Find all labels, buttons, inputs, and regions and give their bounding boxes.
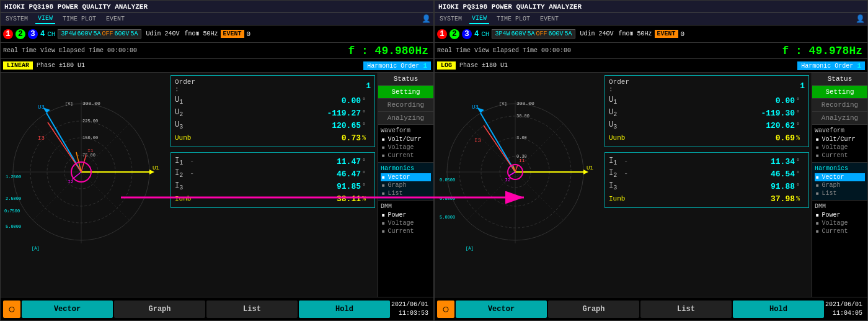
v2-label-1: U2 [175,108,188,118]
setting-btn-2[interactable]: Setting [812,86,867,99]
a1-2: 5A [527,30,534,37]
ch3-1[interactable]: 3 [28,29,38,39]
harmonic-label-2: Harmonic Order [801,63,853,70]
v2-label-2: U2 [609,108,622,118]
harmonics-list-2[interactable]: List [815,189,865,197]
harmonics-title-1: Harmonics [381,165,431,172]
waveform-section-2: Waveform Volt/Curr Voltage Current [812,125,867,163]
order-box-2: Order : 1 U1 0.00 ° U2 -119.30 ° U3 [604,75,809,147]
v1-unit-1: ° [362,97,371,104]
mode-btn-1[interactable]: LINEAR [3,61,33,70]
graph-btn-2[interactable]: Graph [548,301,639,318]
i1-row-2: I1 - 11.34 ° [609,155,805,168]
i3-row-1: I3 91.85 ° [175,180,371,192]
waveform-current-2[interactable]: Current [815,151,865,160]
dmm-power-1[interactable]: Power [381,211,431,219]
svg-text:2.5000: 2.5000 [6,196,21,201]
ch4-label-1[interactable]: 4 [40,30,45,38]
udin-2: Udin 240V [580,30,614,37]
dmm-power-2[interactable]: Power [815,211,865,219]
menu-timeplot-2[interactable]: TIME PLOT [494,14,533,24]
list-btn-2[interactable]: List [640,301,732,318]
frequency-1: f : 49.980Hz [348,45,428,57]
ch2-1[interactable]: 2 [16,29,25,39]
recording-btn-2[interactable]: Recording [812,99,867,112]
analyzing-btn-2[interactable]: Analyzing [812,112,867,125]
dmm-voltage-1[interactable]: Voltage [381,219,431,227]
graph-btn-1[interactable]: Graph [114,301,205,318]
svg-text:300.00: 300.00 [82,101,100,106]
i3-val-2: 91.88 [771,182,795,191]
harmonics-list-1[interactable]: List [381,189,431,197]
a2-1: 5A [130,30,138,37]
status-btn-1[interactable]: Status [378,73,433,86]
waveform-voltage-2[interactable]: Voltage [815,143,865,151]
menu-view-1[interactable]: VIEW [35,14,55,24]
ch1-1[interactable]: 1 [3,29,13,39]
ch3-2[interactable]: 3 [462,29,472,39]
elapsed-label-2: Elapsed Time [493,47,538,54]
frequency-2: f : 49.978Hz [782,45,862,57]
svg-text:I1: I1 [87,148,94,153]
harmonics-vector-1[interactable]: Vector [381,173,431,181]
order-label-1: Order : [175,78,193,93]
order-val-2: 1 [800,81,805,91]
v2-row-2: U2 -119.30 ° [609,107,805,119]
right-sidebar-2: Status Setting Recording Analyzing Wavef… [812,73,867,297]
hold-btn-2[interactable]: Hold [733,301,824,318]
dmm-voltage-2[interactable]: Voltage [815,219,865,227]
menu-system-2[interactable]: SYSTEM [437,14,464,24]
ch1-2[interactable]: 1 [437,29,447,39]
setting-btn-1[interactable]: Setting [378,86,433,99]
event-val-2: 0 [681,30,685,38]
hold-btn-1[interactable]: Hold [299,301,390,318]
svg-text:[A]: [A] [32,246,40,251]
ch2-2[interactable]: 2 [450,29,459,39]
menu-timeplot-1[interactable]: TIME PLOT [60,14,99,24]
svg-text:[A]: [A] [466,246,474,251]
i2-unit-1: ° [362,171,371,178]
right-sidebar-1: Status Setting Recording Analyzing Wavef… [378,73,433,297]
ch4-label-2[interactable]: 4 [474,30,479,38]
time-stamp-1: 11:03:53 [399,310,428,317]
svg-text:I2: I2 [68,179,74,184]
list-btn-1[interactable]: List [206,301,298,318]
config-2: 3P4W [495,30,510,37]
svg-text:0₂7500: 0₂7500 [4,209,20,214]
harmonic-box-2[interactable]: Harmonic Order 1 [797,61,865,70]
waveform-voltcurr-1[interactable]: Volt/Curr [381,135,431,143]
harmonic-val-2: 1 [857,62,861,70]
v3-label-2: U3 [609,120,622,130]
menu-event-2[interactable]: EVENT [538,14,561,24]
dmm-current-2[interactable]: Current [815,227,865,235]
mode-btn-2[interactable]: LOG [437,61,456,70]
waveform-voltage-1[interactable]: Voltage [381,143,431,151]
menu-system-1[interactable]: SYSTEM [3,14,30,24]
v2-val-1: -119.27 [327,109,361,118]
menu-event-1[interactable]: EVENT [104,14,127,24]
phase-val-1: ±180 [59,62,74,69]
analyzing-btn-1[interactable]: Analyzing [378,112,433,125]
harmonic-box-1[interactable]: Harmonic Order 1 [363,61,431,70]
config-1: 3P4W [61,30,76,37]
order-label-2: Order : [609,78,627,93]
recording-btn-1[interactable]: Recording [378,99,433,112]
waveform-voltcurr-2[interactable]: Volt/Curr [815,135,865,143]
dmm-current-1[interactable]: Current [381,227,431,235]
waveform-current-1[interactable]: Current [381,151,431,160]
harmonics-graph-1[interactable]: Graph [381,181,431,189]
menu-view-2[interactable]: VIEW [469,14,489,24]
timestamp-2: 2021/06/01 11:04:05 [825,301,862,318]
a1-1: 5A [93,30,100,37]
v3-unit-2: ° [796,122,805,129]
vector-btn-1[interactable]: Vector [22,301,113,318]
svg-text:I3: I3 [474,138,481,144]
order-box-1: Order : 1 U1 0.00 ° U2 -119.27 ° [170,75,375,147]
harmonics-graph-2[interactable]: Graph [815,181,865,189]
v3-label-1: U3 [175,120,188,130]
harmonics-vector-2[interactable]: Vector [815,173,865,181]
status-btn-2[interactable]: Status [812,73,867,86]
vector-btn-2[interactable]: Vector [456,301,547,318]
i2-val-2: 46.54 [771,170,795,179]
polar-svg-1: 300.00 [V] 225.00 150.00 75.00 U1 U3 [1,73,168,259]
